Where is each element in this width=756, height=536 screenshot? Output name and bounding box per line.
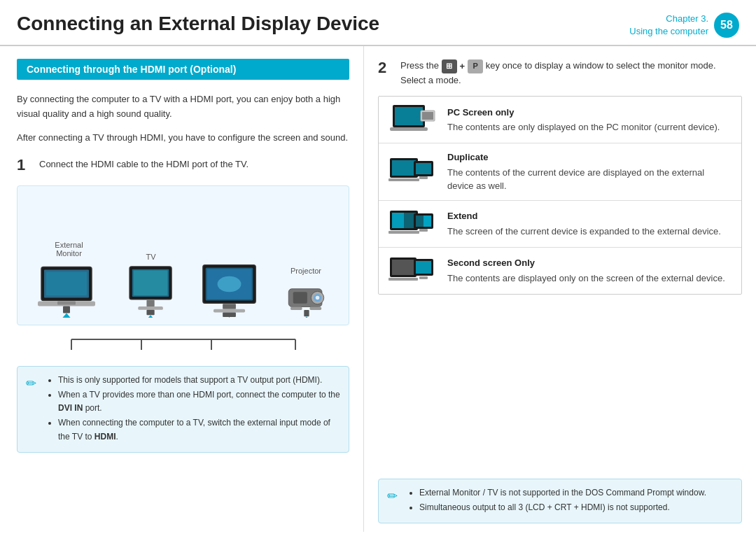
svg-rect-60 — [392, 260, 414, 275]
mode-table: PC Screen only The contents are only dis… — [378, 96, 742, 295]
svg-rect-49 — [416, 163, 431, 174]
mode-row-extend: Extend The screen of the current device … — [379, 201, 741, 248]
mode-desc-duplicate: Duplicate The contents of the current de… — [447, 150, 733, 193]
note-icon-right: ✏ — [387, 486, 402, 516]
svg-rect-64 — [419, 276, 428, 279]
svg-rect-58 — [419, 229, 428, 232]
svg-rect-47 — [388, 178, 419, 181]
mode-desc-pc-only: PC Screen only The contents are only dis… — [447, 106, 733, 134]
svg-rect-12 — [138, 306, 163, 310]
svg-rect-22 — [223, 312, 236, 317]
page-header: Connecting an External Display Device Ch… — [0, 0, 756, 46]
mode-icon-pc-only — [387, 104, 438, 136]
svg-rect-5 — [63, 306, 70, 313]
mode-detail-duplicate: The contents of the current device are d… — [447, 166, 733, 193]
mode-row-duplicate: Duplicate The contents of the current de… — [379, 143, 741, 201]
chapter-label: Chapter 3. — [629, 13, 708, 25]
device-diagram: ExternalMonitor HDMI TV — [17, 185, 349, 325]
svg-rect-11 — [146, 299, 154, 306]
chapter-sub-label: Using the computer — [629, 25, 708, 38]
mode-icon-extend — [387, 208, 438, 240]
svg-rect-57 — [424, 216, 431, 227]
step-2-content: Press the ⊞ + P key once to display a wi… — [400, 59, 742, 87]
mode-name-pc-only: PC Screen only — [447, 106, 733, 120]
svg-rect-30 — [290, 306, 302, 310]
svg-rect-2 — [46, 271, 87, 295]
svg-rect-63 — [416, 261, 431, 274]
extend-svg — [388, 208, 436, 240]
svg-marker-14 — [146, 315, 154, 318]
section-heading: Connecting through the HDMI port (Option… — [17, 59, 349, 80]
svg-rect-61 — [388, 278, 418, 281]
left-note-item-2: When a TV provides more than one HDMI po… — [58, 388, 340, 415]
svg-rect-42 — [390, 127, 428, 131]
right-note-content: External Monitor / TV is not supported i… — [408, 486, 706, 516]
page-title: Connecting an External Display Device — [17, 13, 379, 35]
mode-name-duplicate: Duplicate — [447, 150, 733, 164]
right-note-item-2: Simultaneous output to all 3 (LCD + CRT … — [419, 501, 706, 514]
device-label-laptop: ExternalMonitor — [55, 241, 83, 258]
svg-rect-54 — [388, 231, 419, 234]
laptop-icon: HDMI — [38, 262, 101, 318]
intro-text-2: After connecting a TV through HDMI, you … — [17, 131, 349, 145]
projector-icon: HDMI — [284, 279, 329, 318]
mode-row-pc-only: PC Screen only The contents are only dis… — [379, 97, 741, 143]
left-note-item-1: This is only supported for models that s… — [58, 374, 340, 387]
p-key: P — [468, 59, 483, 73]
step-2-number: 2 — [378, 59, 393, 77]
mode-detail-extend: The screen of the current device is expa… — [447, 225, 733, 239]
second-only-svg — [388, 255, 436, 287]
pc-only-svg — [388, 104, 436, 136]
intro-text-1: By connecting the computer to a TV with … — [17, 92, 349, 120]
svg-rect-10 — [133, 270, 167, 295]
duplicate-svg — [388, 155, 436, 188]
monitor-icon: HDMI — [127, 265, 176, 318]
mode-name-second-only: Second screen Only — [447, 256, 733, 270]
step-2-text-before: Press the — [400, 60, 439, 71]
left-note-box: ✏ This is only supported for models that… — [17, 366, 349, 453]
mode-desc-extend: Extend The screen of the current device … — [447, 209, 733, 238]
mode-row-second-only: Second screen Only The contents are disp… — [379, 248, 741, 294]
svg-rect-4 — [57, 301, 76, 304]
device-tv: HDMI — [202, 258, 258, 318]
step-1-number: 1 — [17, 157, 32, 173]
svg-rect-44 — [422, 112, 433, 120]
svg-rect-41 — [395, 107, 423, 125]
device-laptop: ExternalMonitor HDMI — [38, 241, 101, 318]
mode-desc-second-only: Second screen Only The contents are disp… — [447, 256, 733, 285]
main-content: Connecting through the HDMI port (Option… — [0, 46, 756, 532]
left-note-content: This is only supported for models that s… — [47, 374, 340, 445]
svg-point-28 — [315, 296, 319, 300]
svg-rect-20 — [223, 304, 236, 309]
chapter-info: Chapter 3. Using the computer 58 — [629, 13, 739, 38]
svg-marker-23 — [225, 317, 232, 318]
svg-rect-13 — [146, 310, 154, 316]
svg-rect-21 — [213, 309, 244, 313]
device-projector: Projector HDMI — [284, 267, 329, 318]
mode-detail-pc-only: The contents are only displayed on the P… — [447, 120, 733, 134]
right-note-box: ✏ External Monitor / TV is not supported… — [378, 479, 742, 523]
key-combo: ⊞ + P — [442, 59, 484, 73]
step-1-text: Connect the HDMI cable to the HDMI port … — [39, 157, 248, 171]
note-icon-left: ✏ — [26, 374, 41, 445]
mode-detail-second-only: The contents are displayed only on the s… — [447, 271, 733, 285]
step-2: 2 Press the ⊞ + P key once to display a … — [378, 59, 742, 87]
device-label-projector: Projector — [290, 267, 321, 275]
svg-rect-53 — [392, 213, 404, 228]
connector-line — [29, 332, 337, 353]
plus-sign: + — [460, 59, 465, 73]
left-column: Connecting through the HDMI port (Option… — [0, 46, 364, 532]
mode-name-extend: Extend — [447, 209, 733, 223]
mode-icon-second-only — [387, 255, 438, 287]
right-note-item-1: External Monitor / TV is not supported i… — [419, 486, 706, 500]
tv-icon: HDMI — [202, 262, 258, 318]
svg-rect-32 — [304, 310, 309, 316]
svg-rect-29 — [293, 292, 307, 304]
right-column: 2 Press the ⊞ + P key once to display a … — [364, 46, 756, 532]
device-monitor: TV HDMI — [127, 253, 176, 318]
svg-marker-6 — [62, 313, 71, 318]
svg-rect-31 — [309, 306, 321, 310]
svg-rect-50 — [419, 176, 428, 179]
device-label-monitor: TV — [146, 253, 155, 261]
svg-marker-33 — [302, 316, 310, 318]
